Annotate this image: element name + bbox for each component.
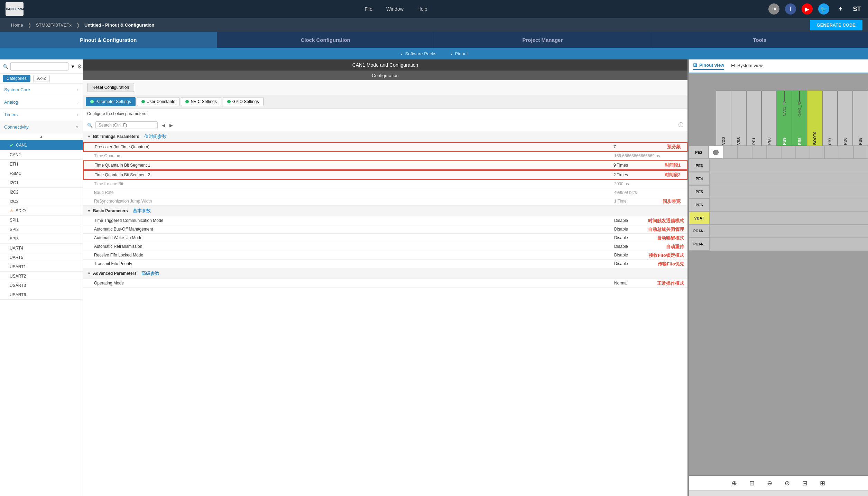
breadcrumb: Home ❯ STM32F407VETx ❯ Untitled - Pinout… bbox=[0, 18, 868, 32]
sidebar-item-i2c2[interactable]: I2C2 bbox=[0, 188, 83, 197]
section-advanced-params: ▼ Advanced Parameters 高级参数 bbox=[83, 268, 687, 279]
sidebar-item-spi3[interactable]: SPI3 bbox=[0, 234, 83, 244]
pin-header-row: VDD VSS PE1 PE0 bbox=[716, 91, 868, 146]
annotation-busoff: 自动总线关闭管理 bbox=[648, 226, 684, 233]
config-tab-gpio[interactable]: GPIO Settings bbox=[223, 97, 264, 106]
config-tab-nvic[interactable]: NVIC Settings bbox=[181, 97, 221, 106]
generate-code-button[interactable]: GENERATE CODE bbox=[810, 20, 862, 30]
sidebar-item-uart5[interactable]: UART5 bbox=[0, 253, 83, 262]
param-operating-mode: Operating Mode Normal bbox=[83, 279, 687, 288]
circle-indicator bbox=[713, 150, 719, 155]
main-tab-bar: Pinout & Configuration Clock Configurati… bbox=[0, 32, 868, 48]
sidebar-item-sdio[interactable]: ⚠ SDIO bbox=[0, 206, 83, 216]
pin-vdd: VDD bbox=[716, 91, 731, 146]
dot-indicator bbox=[185, 100, 189, 103]
youtube-icon[interactable]: ▶ bbox=[802, 3, 813, 15]
config-tab-parameter[interactable]: Parameter Settings bbox=[86, 97, 136, 106]
tab-project-manager[interactable]: Project Manager bbox=[434, 32, 652, 48]
pin-pb9: CAN1_TX PB9 bbox=[777, 91, 792, 146]
sidebar-item-timers[interactable]: Timers › bbox=[0, 109, 83, 121]
tab-pinout-view[interactable]: ⊞ Pinout view bbox=[693, 62, 724, 70]
expand-icon-2[interactable]: ▼ bbox=[87, 209, 91, 213]
center-panel: CAN1 Mode and Configuration Configuratio… bbox=[83, 59, 687, 496]
search-input[interactable] bbox=[10, 62, 68, 71]
app-logo: STM32 CubeMX bbox=[6, 2, 24, 16]
facebook-icon[interactable]: f bbox=[785, 3, 796, 15]
config-tab-user-constants[interactable]: User Constants bbox=[137, 97, 180, 106]
st-icon: ST bbox=[851, 3, 862, 15]
sidebar-item-spi1[interactable]: SPI1 bbox=[0, 216, 83, 225]
sidebar-item-usart2[interactable]: USART2 bbox=[0, 272, 83, 281]
pinout-view-area: VDD VSS PE1 PE0 bbox=[689, 73, 868, 475]
search-forward-icon[interactable]: ▶ bbox=[169, 123, 173, 128]
sidebar-item-usart6[interactable]: USART6 bbox=[0, 290, 83, 300]
zoom-in-button[interactable]: ⊕ bbox=[729, 478, 740, 488]
tab-clock-config[interactable]: Clock Configuration bbox=[217, 32, 434, 48]
tab-pinout-config[interactable]: Pinout & Configuration bbox=[0, 32, 217, 48]
annotation-segment2: 时间段2 bbox=[665, 172, 681, 178]
sidebar-item-can1[interactable]: ✔ CAN1 bbox=[0, 140, 83, 150]
tab-az[interactable]: A->Z bbox=[33, 75, 50, 82]
sidebar-item-can2[interactable]: CAN2 bbox=[0, 150, 83, 160]
expand-icon-3[interactable]: ▼ bbox=[87, 271, 91, 275]
menu-file[interactable]: File bbox=[364, 6, 372, 12]
warning-icon: ⚠ bbox=[10, 208, 13, 213]
sidebar-item-i2c3[interactable]: I2C3 bbox=[0, 197, 83, 206]
sidebar-item-uart4[interactable]: UART4 bbox=[0, 244, 83, 253]
param-baud-rate: Baud Rate 499999 bit/s bbox=[83, 188, 687, 197]
sidebar-item-spi2[interactable]: SPI2 bbox=[0, 225, 83, 234]
annotation-segment1: 时间段1 bbox=[665, 162, 681, 168]
annotation-time-triggered: 时间触发通信模式 bbox=[648, 218, 684, 224]
sidebar-item-analog[interactable]: Analog › bbox=[0, 96, 83, 109]
main-content: 🔍 ▼ ⚙ Categories A->Z System Core › Anal… bbox=[0, 59, 868, 496]
twitter-icon[interactable]: 🐦 bbox=[818, 3, 829, 15]
section-basic-params: ▼ Basic Parameters 基本参数 bbox=[83, 206, 687, 216]
tab-categories[interactable]: Categories bbox=[3, 75, 30, 82]
menu-window[interactable]: Window bbox=[386, 6, 404, 12]
layout-button[interactable]: ⊟ bbox=[800, 478, 810, 488]
sidebar-item-i2c1[interactable]: I2C1 bbox=[0, 178, 83, 188]
grid-cell-pe2-0 bbox=[709, 146, 723, 159]
sidebar-item-system-core[interactable]: System Core › bbox=[0, 84, 83, 96]
sidebar-item-usart3[interactable]: USART3 bbox=[0, 281, 83, 290]
params-search-icon: 🔍 bbox=[87, 123, 93, 128]
breadcrumb-project[interactable]: Untitled - Pinout & Configuration bbox=[79, 18, 160, 32]
sidebar-item-fsmc[interactable]: FSMC bbox=[0, 169, 83, 178]
menu-help[interactable]: Help bbox=[417, 6, 427, 12]
breadcrumb-home[interactable]: Home bbox=[6, 18, 29, 32]
param-fifo-priority: Transmit Fifo Priority Disable bbox=[83, 260, 687, 268]
pin-boot0: BOOT0 bbox=[807, 91, 822, 146]
param-segment1: Time Quanta in Bit Segment 1 9 Times bbox=[83, 160, 687, 170]
reset-configuration-button[interactable]: Reset Configuration bbox=[87, 83, 134, 92]
params-header: Configure the below parameters : bbox=[83, 109, 687, 119]
zoom-out-button[interactable]: ⊖ bbox=[764, 478, 775, 488]
export-button[interactable]: ⊘ bbox=[782, 478, 793, 488]
expand-icon[interactable]: ▼ bbox=[87, 134, 91, 139]
grid-button[interactable]: ⊞ bbox=[817, 478, 828, 488]
pin-row-pc13: PC13-.. bbox=[689, 225, 868, 238]
sub-tab-bar: ∨ Software Packs ∨ Pinout bbox=[0, 48, 868, 59]
annotation-operating-mode: 正常操作模式 bbox=[657, 280, 684, 287]
tab-system-view[interactable]: ⊟ System view bbox=[731, 63, 763, 69]
gear-icon[interactable]: ⚙ bbox=[77, 63, 82, 70]
section-bit-timings: ▼ Bit Timings Parameters 位时间参数 bbox=[83, 131, 687, 142]
breadcrumb-device[interactable]: STM32F407VETx bbox=[30, 18, 77, 32]
param-auto-busoff: Automatic Bus-Off Management Disable bbox=[83, 225, 687, 234]
sidebar-item-usart1[interactable]: USART1 bbox=[0, 262, 83, 272]
fit-view-button[interactable]: ⊡ bbox=[747, 478, 757, 488]
pin-pb5: PB5 bbox=[853, 91, 868, 146]
sidebar-item-eth[interactable]: ETH bbox=[0, 160, 83, 169]
sub-tab-software-packs[interactable]: ∨ Software Packs bbox=[400, 51, 436, 56]
params-search-input[interactable] bbox=[95, 121, 158, 129]
scroll-up-icon[interactable]: ▲ bbox=[39, 134, 44, 139]
params-area: Configure the below parameters : 🔍 ◀ ▶ ⓘ… bbox=[83, 109, 687, 496]
share-icon[interactable]: ✦ bbox=[835, 3, 846, 15]
sub-tab-pinout[interactable]: ∨ Pinout bbox=[450, 51, 468, 56]
config-tabs: Parameter Settings User Constants NVIC S… bbox=[83, 95, 687, 109]
pin-pb7: PB7 bbox=[822, 91, 838, 146]
tab-tools[interactable]: Tools bbox=[651, 32, 868, 48]
horizontal-scrollbar[interactable] bbox=[689, 490, 868, 496]
search-back-icon[interactable]: ◀ bbox=[162, 123, 165, 128]
params-search: 🔍 ◀ ▶ ⓘ bbox=[83, 119, 687, 131]
sidebar-item-connectivity[interactable]: Connectivity ∨ bbox=[0, 121, 83, 133]
